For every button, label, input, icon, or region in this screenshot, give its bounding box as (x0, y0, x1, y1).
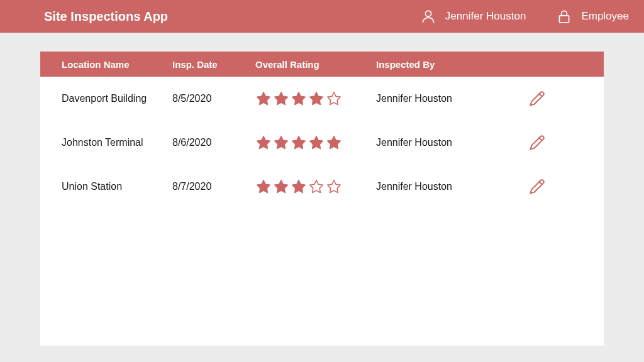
svg-marker-6 (328, 92, 341, 105)
star-filled-icon (273, 178, 289, 195)
user-name-label: Jennifer Houston (445, 10, 526, 23)
star-filled-icon (255, 90, 272, 107)
role-label: Employee (581, 10, 629, 23)
svg-marker-10 (310, 136, 323, 149)
table-header: Location Name Insp. Date Overall Rating … (40, 52, 604, 77)
cell-date: 8/5/2020 (172, 93, 255, 104)
col-header-location: Location Name (62, 59, 172, 70)
cell-date: 8/6/2020 (172, 137, 255, 148)
cell-location: Davenport Building (62, 93, 172, 104)
star-filled-icon (308, 134, 325, 151)
cell-rating (255, 178, 376, 195)
col-header-date: Insp. Date (172, 59, 255, 70)
cell-location: Johnston Terminal (62, 137, 172, 148)
cell-inspector: Jennifer Houston (376, 137, 499, 148)
svg-marker-5 (310, 92, 323, 105)
table-body: Davenport Building8/5/2020Jennifer Houst… (40, 77, 604, 209)
star-filled-icon (291, 90, 307, 107)
star-filled-icon (273, 90, 289, 107)
col-header-inspector: Inspected By (376, 59, 499, 70)
inspection-table-card: Location Name Insp. Date Overall Rating … (40, 52, 604, 346)
svg-marker-8 (275, 136, 288, 149)
svg-rect-1 (560, 16, 569, 23)
pencil-icon (528, 177, 547, 196)
svg-marker-15 (310, 180, 323, 193)
cell-rating (255, 134, 376, 151)
svg-point-0 (425, 11, 431, 16)
svg-marker-16 (328, 180, 341, 193)
rating-stars (255, 90, 376, 107)
person-icon (420, 8, 436, 25)
lock-icon (556, 8, 572, 25)
svg-marker-9 (292, 136, 306, 149)
role-menu[interactable]: Employee (556, 8, 629, 25)
pencil-icon (528, 133, 547, 152)
star-filled-icon (291, 134, 307, 151)
svg-marker-3 (275, 92, 288, 105)
svg-marker-13 (275, 180, 288, 193)
svg-marker-14 (292, 180, 306, 193)
user-menu[interactable]: Jennifer Houston (420, 8, 526, 25)
pencil-icon (528, 89, 547, 108)
star-outline-icon (326, 178, 342, 195)
cell-inspector: Jennifer Houston (376, 181, 499, 192)
app-title: Site Inspections App (44, 9, 168, 24)
app-header: Site Inspections App Jennifer Houston Em… (0, 0, 644, 33)
rating-stars (255, 134, 376, 151)
star-filled-icon (255, 178, 272, 195)
edit-button[interactable] (528, 89, 547, 108)
rating-stars (255, 178, 376, 195)
star-outline-icon (308, 178, 325, 195)
star-filled-icon (291, 178, 307, 195)
edit-button[interactable] (528, 133, 547, 152)
svg-marker-12 (257, 180, 270, 193)
col-header-rating: Overall Rating (255, 59, 376, 70)
svg-marker-2 (257, 92, 270, 105)
cell-inspector: Jennifer Houston (376, 93, 499, 104)
table-row: Johnston Terminal8/6/2020Jennifer Housto… (40, 121, 604, 165)
svg-marker-4 (292, 92, 306, 105)
star-filled-icon (273, 134, 289, 151)
edit-button[interactable] (528, 177, 547, 196)
star-filled-icon (308, 90, 325, 107)
star-filled-icon (326, 134, 342, 151)
svg-marker-11 (328, 136, 341, 149)
cell-date: 8/7/2020 (172, 181, 255, 192)
star-filled-icon (255, 134, 272, 151)
svg-marker-7 (257, 136, 270, 149)
cell-location: Union Station (62, 181, 172, 192)
star-outline-icon (326, 90, 342, 107)
table-row: Davenport Building8/5/2020Jennifer Houst… (40, 77, 604, 121)
table-row: Union Station8/7/2020Jennifer Houston (40, 165, 604, 209)
cell-rating (255, 90, 376, 107)
